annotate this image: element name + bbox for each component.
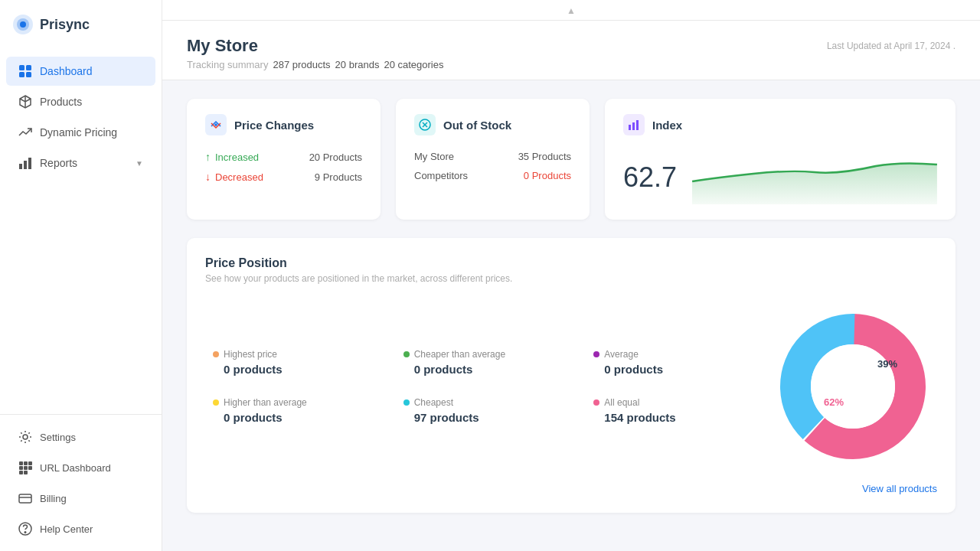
svg-rect-14	[24, 466, 28, 470]
index-value: 62.7	[623, 161, 677, 194]
price-position-content: Highest price 0 products Cheaper than av…	[205, 302, 937, 471]
average-label: Average	[604, 349, 638, 360]
content-area: Price Changes ↑ Increased 20 Products ↓ …	[162, 80, 980, 531]
bar-chart-icon	[18, 156, 32, 170]
out-of-stock-card: Out of Stock My Store 35 Products Compet…	[396, 99, 590, 220]
competitors-row: Competitors 0 Products	[414, 170, 571, 181]
svg-rect-15	[19, 471, 23, 474]
collapse-sidebar-arrow[interactable]: ▲	[567, 5, 576, 16]
svg-text:39%: 39%	[877, 358, 897, 370]
all-equal-label: All equal	[604, 397, 639, 408]
svg-rect-12	[24, 461, 28, 465]
prisync-logo-icon	[12, 14, 34, 35]
higher-than-average-dot	[213, 399, 219, 406]
svg-rect-6	[26, 72, 31, 77]
highest-price-dot	[213, 351, 219, 357]
increased-row: ↑ Increased 20 Products	[205, 151, 362, 163]
card-icon	[18, 491, 32, 505]
legend-all-equal: All equal 154 products	[593, 397, 769, 424]
svg-rect-5	[19, 72, 24, 77]
legend-average: Average 0 products	[593, 349, 769, 376]
sidebar-item-settings-label: Settings	[40, 432, 76, 443]
svg-rect-4	[26, 65, 31, 70]
price-position-subtitle: See how your products are positioned in …	[205, 273, 937, 284]
arrow-down-icon: ↓	[205, 171, 211, 183]
price-position-title: Price Position	[205, 256, 937, 270]
price-changes-header: Price Changes	[205, 114, 362, 135]
legend-higher-than-average: Higher than average 0 products	[213, 397, 388, 424]
sidebar-item-url-dashboard-label: URL Dashboard	[40, 462, 111, 474]
svg-text:62%: 62%	[824, 396, 844, 408]
index-icon	[623, 114, 645, 135]
higher-than-average-label: Higher than average	[224, 397, 307, 408]
chevron-down-icon: ▼	[136, 159, 143, 168]
sidebar-item-products-label: Products	[40, 96, 82, 108]
view-all-products[interactable]: View all products	[205, 483, 937, 494]
all-equal-value: 154 products	[604, 411, 769, 424]
sidebar-item-reports-label: Reports	[40, 157, 77, 169]
index-header: Index	[623, 114, 937, 135]
svg-rect-16	[24, 471, 28, 474]
svg-rect-11	[19, 461, 23, 465]
sidebar-bottom: Settings URL Dashboard Billing	[0, 414, 162, 551]
price-changes-icon	[205, 114, 227, 135]
increased-count: 20 Products	[309, 152, 362, 163]
my-store-label: My Store	[414, 151, 454, 162]
sidebar: Prisync Dashboard Products	[0, 0, 162, 551]
box-icon	[18, 95, 32, 109]
logo: Prisync	[0, 0, 162, 49]
gear-icon	[18, 430, 32, 444]
svg-rect-7	[19, 164, 22, 169]
decreased-count: 9 Products	[315, 171, 362, 183]
sidebar-item-help-center[interactable]: Help Center	[6, 514, 155, 543]
sidebar-item-settings[interactable]: Settings	[6, 422, 155, 452]
sidebar-item-dynamic-pricing-label: Dynamic Pricing	[40, 126, 117, 139]
average-dot	[593, 351, 599, 357]
my-store-row: My Store 35 Products	[414, 151, 571, 162]
sidebar-item-dashboard-label: Dashboard	[40, 65, 93, 77]
index-chart	[692, 151, 937, 204]
price-position-section: Price Position See how your products are…	[187, 238, 956, 513]
out-of-stock-title: Out of Stock	[443, 119, 511, 132]
products-count: 287 products	[273, 59, 330, 70]
svg-point-23	[215, 124, 217, 126]
sidebar-item-reports[interactable]: Reports ▼	[6, 148, 155, 178]
highest-price-value: 0 products	[224, 363, 388, 376]
tracking-label: Tracking summary	[187, 59, 268, 70]
competitors-label: Competitors	[414, 170, 468, 181]
grid-icon	[18, 64, 32, 78]
sidebar-item-dashboard[interactable]: Dashboard	[6, 57, 155, 86]
svg-rect-27	[629, 125, 631, 130]
sidebar-nav: Dashboard Products Dynamic Pricing	[0, 49, 162, 414]
legend-cheaper-than-average: Cheaper than average 0 products	[403, 349, 579, 376]
all-equal-dot	[593, 399, 599, 406]
svg-rect-18	[28, 466, 32, 470]
higher-than-average-value: 0 products	[224, 411, 388, 424]
cheaper-than-average-value: 0 products	[414, 363, 579, 376]
arrow-up-icon: ↑	[205, 151, 211, 163]
cheapest-label: Cheapest	[414, 397, 453, 408]
index-card: Index 62.7	[605, 99, 956, 220]
sidebar-item-url-dashboard[interactable]: URL Dashboard	[6, 453, 155, 482]
svg-rect-28	[632, 122, 635, 130]
svg-rect-8	[24, 161, 27, 169]
increased-label: Increased	[215, 152, 259, 163]
sidebar-item-billing-label: Billing	[40, 493, 67, 504]
grid-small-icon	[18, 461, 32, 474]
donut-chart: 62% 39%	[769, 302, 937, 471]
highest-price-label: Highest price	[224, 349, 277, 360]
legend-highest-price: Highest price 0 products	[213, 349, 388, 376]
svg-rect-3	[19, 65, 24, 70]
sidebar-item-billing[interactable]: Billing	[6, 484, 155, 513]
svg-rect-17	[28, 461, 32, 465]
sidebar-item-dynamic-pricing[interactable]: Dynamic Pricing	[6, 118, 155, 147]
categories-count: 20 categories	[384, 59, 443, 70]
cheapest-value: 97 products	[414, 411, 579, 424]
cards-row: Price Changes ↑ Increased 20 Products ↓ …	[187, 99, 956, 220]
decreased-row: ↓ Decreased 9 Products	[205, 171, 362, 183]
brands-count: 20 brands	[335, 59, 380, 70]
index-title: Index	[652, 119, 682, 132]
cheaper-than-average-label: Cheaper than average	[414, 349, 505, 360]
cheaper-than-average-dot	[403, 351, 410, 357]
sidebar-item-products[interactable]: Products	[6, 87, 155, 116]
